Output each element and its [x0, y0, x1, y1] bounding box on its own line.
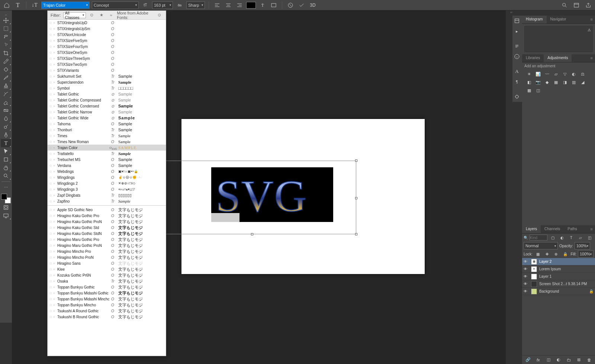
cancel-icon[interactable] [286, 1, 295, 10]
star-icon[interactable]: ☆ [49, 214, 54, 218]
workspace-icon[interactable] [572, 1, 581, 10]
new-adjustment-icon[interactable]: ◐ [555, 355, 562, 364]
expand-icon[interactable]: › [54, 158, 57, 161]
star-icon[interactable]: ☆ [49, 158, 54, 162]
font-row[interactable]: ☆›Trebuchet MSOSample [48, 157, 166, 162]
pen-tool[interactable] [1, 131, 11, 139]
star-icon[interactable]: ☆ [49, 309, 54, 313]
expand-icon[interactable]: › [54, 87, 57, 90]
expand-icon[interactable]: › [54, 297, 57, 301]
tab-adjustments[interactable]: Adjustments [544, 54, 572, 62]
dock-history-icon[interactable] [512, 16, 521, 26]
font-row[interactable]: ☆›Hiragino Kaku Gothic StdO文字もじモジ [48, 225, 166, 231]
layer-item[interactable]: 👁Screen Shot 2...t 9.38.14 PM [522, 280, 595, 288]
font-list[interactable]: ☆›STIXIntegralsUpDO☆›STIXIntegralsUpSmO☆… [48, 20, 166, 356]
expand-icon[interactable]: › [54, 51, 57, 54]
expand-icon[interactable]: › [54, 176, 57, 179]
star-icon[interactable]: ☆ [49, 187, 54, 191]
expand-icon[interactable]: › [54, 116, 57, 120]
text-orientation-icon[interactable]: ↓T [30, 1, 39, 10]
gradient-tool[interactable] [1, 106, 11, 115]
panel3-menu-icon[interactable]: ≡ [588, 225, 595, 233]
eyedropper-tool[interactable] [1, 57, 11, 65]
expand-icon[interactable]: › [54, 21, 57, 25]
star-icon[interactable]: ☆ [49, 134, 54, 138]
dock-character-icon[interactable]: A [512, 66, 521, 77]
star-icon[interactable]: ☆ [49, 98, 54, 102]
star-icon[interactable]: ☆ [49, 285, 54, 289]
adj-threshold-icon[interactable]: ◢ [579, 79, 586, 85]
star-icon[interactable]: ☆ [49, 232, 54, 236]
dock-paragraph-icon[interactable]: ¶ [512, 77, 521, 87]
font-row[interactable]: ☆›STIXIntegralsUpDO [48, 20, 166, 26]
expand-icon[interactable]: › [54, 214, 57, 218]
dock-info-icon[interactable] [512, 51, 521, 62]
eraser-tool[interactable] [1, 98, 11, 106]
zoom-tool[interactable] [1, 172, 11, 180]
font-row[interactable]: ☆›Trajan ColorOSVGSAMPLE [48, 145, 166, 151]
align-left-icon[interactable] [213, 1, 222, 10]
layer-item[interactable]: 👁⊞Layer 2 [522, 258, 595, 265]
layer-search-icon[interactable]: 🔍 [524, 236, 528, 240]
expand-icon[interactable]: › [54, 146, 57, 149]
expand-icon[interactable]: › [54, 128, 57, 132]
search-icon[interactable] [560, 1, 569, 10]
filter-adj-icon[interactable]: ◐ [558, 233, 566, 242]
stamp-tool[interactable] [1, 82, 11, 90]
font-row[interactable]: ☆›Tablet Gothic Compressed⊙Sample [48, 97, 166, 103]
expand-icon[interactable]: › [54, 122, 57, 126]
font-size-combo[interactable]: 163 pt▾ [152, 1, 173, 9]
font-row[interactable]: ☆›TimesTrSample [48, 133, 166, 139]
star-icon[interactable]: ☆ [49, 199, 54, 203]
font-row[interactable]: ☆›Sukhumvit SetTrSample [48, 73, 166, 79]
warp-text-icon[interactable]: Ť [258, 1, 267, 10]
histogram-warning-icon[interactable]: ⚠ [588, 28, 591, 32]
star-icon[interactable]: ☆ [49, 170, 54, 174]
adj-vibrance-icon[interactable]: ▽ [562, 71, 568, 77]
home-icon[interactable] [2, 1, 11, 10]
crop-tool[interactable] [1, 49, 11, 57]
star-icon[interactable]: ☆ [49, 27, 54, 31]
star-icon[interactable]: ☆ [49, 193, 54, 197]
expand-icon[interactable]: › [54, 268, 57, 271]
adj-curves-icon[interactable]: 〰 [544, 71, 550, 77]
commit-icon[interactable] [297, 1, 306, 10]
expand-icon[interactable]: › [54, 110, 57, 114]
visibility-icon[interactable]: 👁 [524, 267, 529, 271]
font-row[interactable]: ☆›Tablet Gothic Narrow⊙Sample [48, 109, 166, 115]
expand-icon[interactable]: › [54, 99, 57, 102]
expand-icon[interactable]: › [54, 170, 57, 173]
screen-mode-tool[interactable] [1, 212, 11, 220]
font-row[interactable]: ☆›WingdingsO✌☺☹☺✊☜☞ [48, 174, 166, 180]
delete-layer-icon[interactable]: 🗑 [586, 355, 593, 364]
star-icon[interactable]: ☆ [49, 33, 54, 37]
link-layers-icon[interactable]: 🔗 [524, 355, 531, 364]
expand-icon[interactable]: › [54, 244, 57, 247]
align-center-icon[interactable] [224, 1, 233, 10]
font-row[interactable]: ☆›Toppan Bunkyu MinchoO文字もじモジ [48, 302, 166, 308]
type-tool-icon[interactable]: T [13, 1, 22, 10]
expand-icon[interactable]: › [54, 81, 57, 84]
font-row[interactable]: ☆›Times New RomanOSample [48, 139, 166, 145]
history-brush-tool[interactable] [1, 90, 11, 98]
star-icon[interactable]: ☆ [49, 175, 54, 180]
font-row[interactable]: ☆›Hiragino Mincho ProNO文字もじモジ [48, 254, 166, 260]
adj-poster-icon[interactable]: ▥ [570, 79, 577, 85]
blur-tool[interactable] [1, 115, 11, 123]
star-icon[interactable]: ☆ [49, 110, 54, 114]
font-row[interactable]: ☆›Hiragino SansO文字もじモジ [48, 260, 166, 266]
adj-colorbal-icon[interactable]: ⚖ [579, 71, 586, 77]
expand-icon[interactable]: › [54, 226, 57, 229]
font-row[interactable]: ☆›Hiragino Kaku Gothic ProNO文字もじモジ [48, 219, 166, 225]
expand-icon[interactable]: › [54, 188, 57, 191]
font-row[interactable]: ☆›STIXVariantsO [48, 67, 166, 73]
adj-brightness-icon[interactable]: ☀ [526, 71, 533, 77]
filter-smart-icon[interactable]: ◫ [586, 233, 594, 242]
font-row[interactable]: ☆›Hiragino Maru Gothic ProNO文字もじモジ [48, 242, 166, 248]
font-row[interactable]: ☆›Tablet Gothic⊙Sample [48, 91, 166, 97]
brush-tool[interactable] [1, 74, 11, 82]
star-icon[interactable]: ☆ [49, 68, 54, 73]
font-row[interactable]: ☆›Tsukushi A Round GothicO文字もじモジ [48, 308, 166, 314]
quick-mask-tool[interactable] [1, 203, 11, 212]
font-row[interactable]: ☆›SuperclarendonTrSample [48, 79, 166, 85]
